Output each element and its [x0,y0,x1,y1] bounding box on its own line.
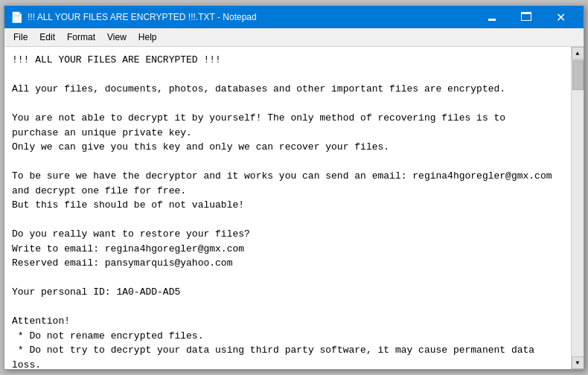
content-area: !!! ALL YOUR FILES ARE ENCRYPTED !!! All… [4,47,584,369]
menu-edit[interactable]: Edit [33,30,61,45]
menu-file[interactable]: File [7,30,33,45]
vertical-scrollbar[interactable]: ▲ ▼ [571,47,584,369]
maximize-button[interactable]: 🗖 [509,6,543,28]
notepad-window: 📄 !!! ALL YOUR FILES ARE ENCRYPTED !!!.T… [4,5,584,370]
window-title: !!! ALL YOUR FILES ARE ENCRYPTED !!!.TXT… [28,12,257,22]
menu-view[interactable]: View [101,30,132,45]
app-icon: 📄 [10,11,23,24]
title-bar: 📄 !!! ALL YOUR FILES ARE ENCRYPTED !!!.T… [4,6,584,28]
scroll-down-arrow[interactable]: ▼ [572,356,584,369]
text-editor[interactable]: !!! ALL YOUR FILES ARE ENCRYPTED !!! All… [4,47,571,369]
menu-bar: File Edit Format View Help [4,28,584,47]
minimize-button[interactable]: 🗕 [475,6,509,28]
menu-help[interactable]: Help [132,30,163,45]
scroll-up-arrow[interactable]: ▲ [572,47,584,60]
title-bar-left: 📄 !!! ALL YOUR FILES ARE ENCRYPTED !!!.T… [10,11,257,24]
menu-format[interactable]: Format [61,30,101,45]
scrollbar-track[interactable] [572,60,584,356]
scrollbar-thumb[interactable] [572,60,584,90]
close-button[interactable]: ✕ [543,6,578,28]
window-controls: 🗕 🗖 ✕ [475,6,578,28]
